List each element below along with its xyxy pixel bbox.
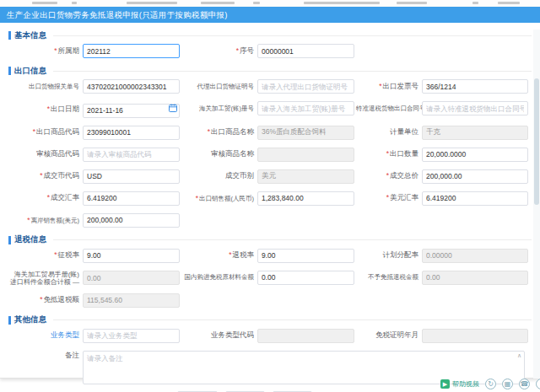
field-no-rebate-amount: 不予免抵退税金额 — [356, 271, 528, 285]
required-mark: * — [208, 127, 210, 136]
field-currency-code: *成交币代码 — [8, 169, 180, 184]
export-invoice-input[interactable] — [422, 79, 528, 94]
field-label: 成交币别 — [225, 171, 254, 180]
field-label: 退税率 — [233, 250, 255, 259]
section-bar — [8, 67, 11, 75]
help-video-label: 帮助视频 — [452, 379, 479, 389]
section-basic-info: 基本信息 — [8, 30, 532, 40]
section-rebate-info: 退税信息 — [8, 235, 532, 245]
service-phone-icon[interactable]: ☎ — [519, 379, 530, 389]
section-title: 退税信息 — [14, 234, 46, 245]
field-plan-rate: 计划分配率 — [356, 249, 528, 263]
chevron-up-icon[interactable]: ∧ — [517, 352, 521, 359]
field-rebate-amount: *免抵退税额 — [8, 293, 180, 308]
customs-manual-input[interactable] — [257, 101, 354, 115]
export-contract-input[interactable] — [422, 101, 528, 115]
section-title: 其他信息 — [14, 314, 46, 325]
biz-type-label-link[interactable]: 业务类型 — [8, 330, 83, 341]
export-qty-input[interactable] — [422, 148, 528, 162]
field-label: 免税证明年月 — [375, 330, 418, 339]
required-mark: * — [33, 127, 35, 136]
rebate-declaration-dialog: 生产企业出口货物劳务免抵退税申报(只适用于按购税额申报) 基本信息 *所属期 *… — [0, 7, 540, 379]
required-mark: * — [386, 149, 389, 158]
dialog-title: 生产企业出口货物劳务免抵退税申报(只适用于按购税额申报) — [0, 7, 540, 23]
field-currency-name: 成交币别 — [181, 169, 354, 184]
required-mark: * — [386, 171, 389, 180]
domestic-tax-free-input[interactable] — [257, 271, 354, 285]
seq-input[interactable] — [257, 44, 354, 58]
field-label: 海关加工贸(账)册号 — [199, 105, 254, 112]
field-usd-rate: *美元汇率 — [356, 191, 528, 206]
field-label: 计划分配率 — [383, 250, 419, 259]
field-label: 出口商品代码 — [36, 127, 79, 136]
field-customs-no: 出口货物报关单号 — [8, 79, 180, 94]
refresh-icon[interactable]: ↻ — [485, 379, 496, 389]
agent-cert-input[interactable] — [257, 79, 354, 94]
field-domestic-tax-free: 国内购进免税原材料金额 — [181, 271, 354, 285]
rmb-sales-input[interactable] — [257, 191, 354, 206]
required-mark: * — [47, 193, 50, 201]
currency-code-input[interactable] — [83, 169, 180, 184]
field-commodity-code: *出口商品代码 — [8, 126, 180, 140]
field-invoice-no: *出口发票号 — [356, 79, 528, 94]
period-input[interactable] — [83, 44, 180, 58]
video-play-icon: ▶ — [440, 379, 450, 389]
customs-declaration-input[interactable] — [83, 79, 180, 94]
commodity-code-input[interactable] — [83, 126, 180, 140]
commodity-name-input — [257, 126, 354, 140]
currency-name-input — [257, 169, 354, 184]
field-label: 出口销售额(人民币) — [199, 195, 254, 202]
field-label: 征税率 — [58, 250, 80, 259]
field-label: 成交汇率 — [51, 193, 79, 201]
field-biz-type: 业务类型 — [8, 329, 180, 343]
section-bar — [8, 236, 11, 244]
field-rebate-rate: *退税率 — [181, 249, 354, 263]
export-date-input[interactable] — [83, 104, 180, 118]
rebate-rate-input[interactable] — [257, 249, 354, 263]
section-rule — [53, 71, 532, 72]
field-total-price: *成交总价 — [356, 169, 528, 184]
biz-type-input[interactable] — [83, 329, 180, 343]
usd-rate-input[interactable] — [422, 191, 528, 206]
field-audit-code: 审核商品代码 — [8, 148, 180, 162]
biz-type-code-input — [257, 329, 354, 343]
dialog-scrollbar-thumb[interactable] — [534, 78, 539, 205]
total-price-input[interactable] — [422, 169, 528, 184]
section-bar — [8, 31, 11, 40]
field-unit: 计量单位 — [356, 126, 528, 140]
section-bar — [8, 316, 11, 325]
field-label: 业务类型代码 — [211, 330, 254, 339]
field-label: 所属期 — [58, 46, 80, 55]
back-to-top-icon[interactable]: ↑ — [536, 379, 540, 389]
rebate-amount-input — [83, 293, 180, 308]
page-top-edge — [0, 0, 540, 7]
calendar-icon[interactable] — [169, 104, 177, 112]
required-mark: * — [236, 46, 239, 55]
dialog-scrollbar-track[interactable] — [533, 30, 540, 379]
section-other-info: 其他信息 — [8, 315, 532, 325]
field-label: 不予免抵退税金额 — [368, 273, 418, 281]
help-video-button[interactable]: ▶ 帮助视频 — [440, 379, 479, 389]
field-period: *所属期 — [8, 44, 180, 58]
field-label: 离岸销售额(美元) — [31, 217, 80, 224]
manual-import-total-input — [83, 271, 180, 285]
exchange-rate-input[interactable] — [83, 191, 180, 206]
field-manual-no: 海关加工贸(账)册号 — [181, 101, 354, 115]
field-label: 出口日期 — [51, 105, 79, 113]
required-mark: * — [40, 171, 42, 180]
field-commodity-name: *出口商品名称 — [181, 126, 354, 140]
audit-commodity-code-input[interactable] — [83, 148, 180, 162]
required-mark: * — [196, 194, 198, 202]
field-label: 国内购进免税原材料金额 — [185, 273, 255, 281]
field-biz-type-code: 业务类型代码 — [181, 329, 354, 343]
section-title: 基本信息 — [14, 30, 46, 41]
calculator-icon[interactable]: ▦ — [502, 379, 513, 389]
cert-month-input — [422, 329, 528, 343]
field-label: 免抵退税额 — [44, 295, 80, 303]
levy-rate-input[interactable] — [83, 249, 180, 263]
usd-sales-input[interactable] — [83, 213, 180, 228]
field-qty: *出口数量 — [356, 148, 528, 162]
field-label: 序号 — [240, 46, 254, 55]
field-audit-name: 审核商品名称 — [181, 148, 354, 162]
field-label: 代理出口货物证明号 — [197, 83, 255, 90]
